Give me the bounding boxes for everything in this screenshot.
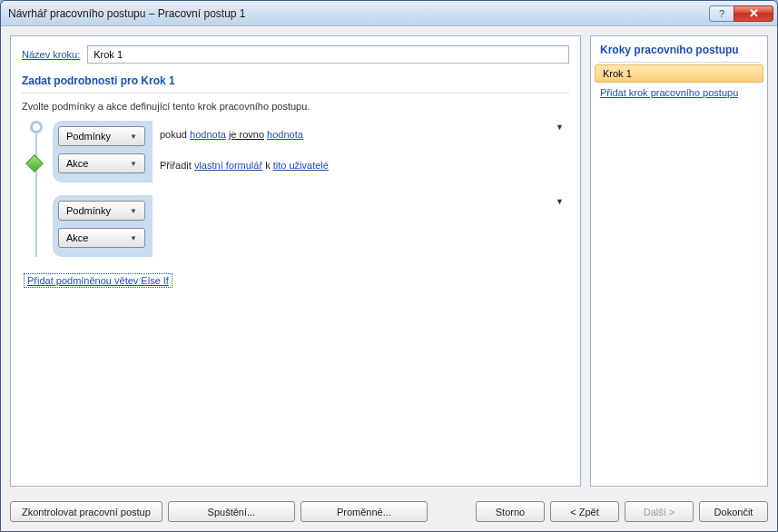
cancel-button[interactable]: Storno bbox=[476, 501, 545, 522]
act-prefix: Přiřadit bbox=[160, 160, 192, 171]
act-mid: k bbox=[265, 160, 271, 171]
next-button: Další > bbox=[625, 501, 694, 522]
window-controls: ? ✕ bbox=[710, 5, 773, 22]
variables-button[interactable]: Proměnné... bbox=[300, 501, 428, 522]
titlebar: Návrhář pracovního postupu – Pracovní po… bbox=[1, 1, 777, 26]
actions-dropdown-label: Akce bbox=[66, 158, 88, 169]
divider bbox=[598, 62, 760, 63]
step-name-input[interactable] bbox=[87, 45, 569, 64]
condition-line-empty bbox=[160, 203, 562, 218]
step-detail-panel: Název kroku: Zadat podrobnosti pro Krok … bbox=[10, 35, 581, 487]
branch-2-buttons: Podmínky ▼ Akce ▼ bbox=[58, 201, 145, 251]
bottom-button-bar: Zkontrolovat pracovní postup Spuštění...… bbox=[1, 496, 777, 531]
action-users-link[interactable]: tito uživatelé bbox=[273, 160, 329, 171]
condition-value-2-link[interactable]: hodnota bbox=[267, 129, 303, 140]
add-step-link[interactable]: Přidat krok pracovního postupu bbox=[600, 87, 738, 98]
help-button[interactable]: ? bbox=[709, 5, 734, 22]
conditions-dropdown[interactable]: Podmínky ▼ bbox=[58, 201, 145, 221]
check-workflow-button[interactable]: Zkontrolovat pracovní postup bbox=[10, 501, 162, 522]
steps-panel: Kroky pracovního postupu Krok 1 Přidat k… bbox=[590, 35, 768, 487]
conditions-dropdown-label: Podmínky bbox=[66, 131, 111, 142]
branch-1-buttons: Podmínky ▼ Akce ▼ bbox=[58, 126, 145, 177]
caret-down-icon: ▼ bbox=[130, 234, 137, 242]
client-area: Název kroku: Zadat podrobnosti pro Krok … bbox=[1, 26, 777, 531]
add-step-row: Přidat krok pracovního postupu bbox=[591, 83, 767, 103]
back-button[interactable]: < Zpět bbox=[550, 501, 619, 522]
branch-2-content: ▼ bbox=[153, 195, 569, 257]
workflow-timeline: Podmínky ▼ Akce ▼ ▼ pokud bbox=[22, 121, 569, 257]
content-row: Název kroku: Zadat podrobnosti pro Krok … bbox=[1, 26, 777, 496]
run-button[interactable]: Spuštění... bbox=[168, 501, 295, 522]
condition-value-1-link[interactable]: hodnota bbox=[190, 129, 226, 140]
action-line: Přiřadit vlastní formulář k tito uživate… bbox=[160, 160, 562, 174]
instructions-text: Zvolte podmínky a akce definující tento … bbox=[22, 101, 569, 112]
caret-down-icon: ▼ bbox=[130, 207, 137, 215]
actions-dropdown[interactable]: Akce ▼ bbox=[58, 228, 145, 248]
branch-2: Podmínky ▼ Akce ▼ ▼ bbox=[53, 195, 569, 257]
step-item-selected[interactable]: Krok 1 bbox=[595, 64, 763, 83]
caret-down-icon: ▼ bbox=[130, 160, 137, 168]
conditions-dropdown[interactable]: Podmínky ▼ bbox=[58, 126, 145, 146]
steps-heading: Kroky pracovního postupu bbox=[591, 44, 767, 62]
timeline-line bbox=[35, 128, 37, 257]
condition-operator[interactable]: je rovno bbox=[229, 129, 264, 140]
action-line-empty bbox=[160, 234, 562, 249]
timeline-condition-node bbox=[25, 154, 44, 172]
timeline-start-node bbox=[30, 121, 43, 133]
chevron-down-icon[interactable]: ▼ bbox=[556, 197, 564, 206]
conditions-dropdown-label: Podmínky bbox=[66, 205, 111, 216]
condition-line: pokud hodnota je rovno hodnota bbox=[160, 129, 562, 143]
step-name-label: Název kroku: bbox=[22, 49, 80, 60]
add-else-if-link[interactable]: Přidat podmíněnou větev Else If bbox=[24, 273, 172, 288]
spacer bbox=[433, 501, 470, 522]
section-heading: Zadat podrobnosti pro Krok 1 bbox=[22, 74, 569, 87]
branch-1: Podmínky ▼ Akce ▼ ▼ pokud bbox=[53, 121, 569, 182]
actions-dropdown[interactable]: Akce ▼ bbox=[58, 153, 145, 173]
caret-down-icon: ▼ bbox=[130, 133, 137, 141]
close-button[interactable]: ✕ bbox=[734, 5, 773, 22]
workflow-designer-window: Návrhář pracovního postupu – Pracovní po… bbox=[0, 0, 778, 532]
chevron-down-icon[interactable]: ▼ bbox=[556, 123, 564, 132]
finish-button[interactable]: Dokončit bbox=[699, 501, 768, 522]
actions-dropdown-label: Akce bbox=[66, 232, 88, 243]
step-name-row: Název kroku: bbox=[22, 45, 569, 64]
branch-1-content: ▼ pokud hodnota je rovno hodnota Přiřadi… bbox=[153, 121, 569, 182]
action-form-link[interactable]: vlastní formulář bbox=[194, 160, 262, 171]
cond-prefix: pokud bbox=[160, 129, 187, 140]
window-title: Návrhář pracovního postupu – Pracovní po… bbox=[8, 7, 710, 20]
divider bbox=[22, 93, 569, 94]
